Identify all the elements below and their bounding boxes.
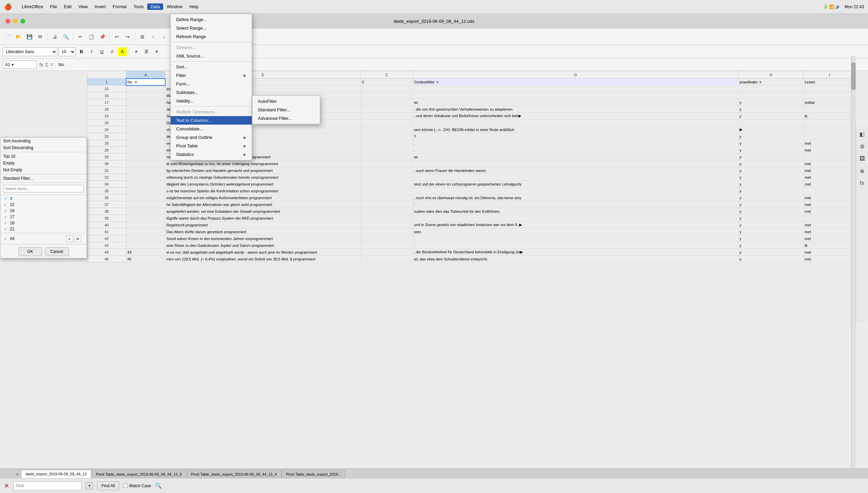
cell-a1[interactable]: No. ▼ (126, 79, 165, 85)
sort-descending-item[interactable]: Sort Descending (0, 144, 87, 151)
cell-e46[interactable]: men von 128,5 Mrd. (+ 6,4%) vorgesehen, … (165, 256, 361, 263)
cell-i35[interactable] (803, 188, 855, 194)
cell-h15[interactable] (738, 85, 803, 92)
cell-c29[interactable] (360, 154, 413, 160)
cell-g39[interactable] (413, 215, 738, 222)
menu-xml-source[interactable]: XML Source... (171, 52, 252, 60)
sort-desc-btn[interactable]: ↓ (159, 32, 169, 42)
cell-c20[interactable] (360, 120, 413, 126)
cell-i1[interactable]: Lesart (803, 79, 855, 85)
col-header-a[interactable]: A (126, 71, 165, 79)
cell-i16[interactable] (803, 92, 855, 99)
filter-cancel-button[interactable]: Cancel (45, 247, 69, 256)
cell-c44[interactable] (360, 249, 413, 256)
find-close-button[interactable]: ✕ (4, 482, 9, 490)
cell-g26[interactable]: . (413, 140, 738, 147)
menu-select-range[interactable]: Select Range... (171, 24, 252, 32)
bold-btn[interactable]: B (77, 47, 86, 56)
filter-list-btn2[interactable]: ⊟ (74, 235, 81, 242)
cell-g43[interactable]: . (413, 242, 738, 249)
cell-i32[interactable]: met (803, 174, 855, 181)
cell-c17[interactable] (360, 99, 413, 106)
menu-consolidate[interactable]: Consolidate... (171, 125, 252, 133)
cell-g15[interactable] (413, 85, 738, 92)
cell-h20[interactable] (738, 120, 803, 126)
cell-a41[interactable] (126, 228, 165, 235)
cell-a38[interactable] (126, 208, 165, 215)
save-btn[interactable]: 💾 (25, 32, 34, 42)
cell-i25[interactable] (803, 133, 855, 140)
cell-c39[interactable] (360, 215, 413, 222)
vertical-scrollbar[interactable] (851, 56, 856, 468)
col-header-g[interactable]: G (413, 71, 738, 79)
cell-h36[interactable]: y (738, 194, 803, 201)
menu-group-outline[interactable]: Group and Outline ▶ (171, 133, 252, 142)
cell-e34[interactable]: tätigkeit des Lernsystems (Schüler) weit… (165, 181, 361, 188)
cell-a39[interactable] (126, 215, 165, 222)
cell-h43[interactable]: y (738, 242, 803, 249)
cell-a31[interactable] (126, 167, 165, 174)
filter-item-12[interactable]: ✓ 12 (0, 202, 87, 208)
cell-a36[interactable] (126, 194, 165, 201)
cell-i30[interactable]: met (803, 160, 855, 167)
equals-icon[interactable]: = (50, 62, 53, 67)
close-button[interactable] (5, 19, 10, 23)
cell-g1[interactable]: ContextAfter ▼ (413, 79, 738, 85)
cell-c24[interactable] (360, 126, 413, 133)
cell-a24[interactable] (126, 126, 165, 133)
cell-h31[interactable]: y (738, 167, 803, 174)
filter-arrow-g1[interactable]: ▼ (436, 80, 439, 84)
cell-i43[interactable]: lit (803, 242, 855, 249)
top10-item[interactable]: Top 10 (0, 153, 87, 160)
cell-e42[interactable]: Somit wären Krisen in den kommenden Jahr… (165, 235, 361, 242)
insert-table-btn[interactable]: ⊞ (138, 32, 147, 42)
cell-a19[interactable] (126, 113, 165, 120)
maximize-button[interactable] (20, 19, 25, 23)
cell-a40[interactable] (126, 222, 165, 228)
cell-c37[interactable] (360, 201, 413, 208)
font-name-select[interactable]: Liberation Sans (3, 47, 57, 56)
col-header-c[interactable]: C (360, 71, 413, 79)
menu-filter[interactable]: Filter ▶ (171, 71, 252, 80)
cell-g32[interactable]: . (413, 174, 738, 181)
cell-c38[interactable] (360, 208, 413, 215)
cell-e30[interactable]: itt zum Rüstungsstopp zu tun, ist unser … (165, 160, 361, 167)
menu-define-range[interactable]: Define Range... (171, 15, 252, 24)
cell-i40[interactable]: met (803, 222, 855, 228)
new-btn[interactable]: 📄 (3, 32, 12, 42)
col-header-i[interactable]: I (803, 71, 855, 79)
cell-h46[interactable]: y (738, 256, 803, 263)
cell-e37[interactable]: he Salonfähigkeit der Alternativen war g… (165, 201, 361, 208)
menubar-file[interactable]: File (47, 3, 61, 10)
menu-text-to-columns[interactable]: Text to Columns... (171, 116, 252, 125)
cell-h34[interactable]: y (738, 181, 803, 188)
copy-btn[interactable]: 📋 (87, 32, 96, 42)
cell-a28[interactable] (126, 147, 165, 154)
find-options-dropdown[interactable]: ▾ (86, 482, 93, 490)
cell-i20[interactable] (803, 120, 855, 126)
cell-c18[interactable] (360, 106, 413, 113)
submenu-standard-filter[interactable]: Standard Filter... (252, 106, 320, 114)
cell-h35[interactable]: y (738, 188, 803, 194)
italic-btn[interactable]: I (87, 47, 96, 56)
align-center-btn[interactable]: ☰ (142, 47, 151, 56)
cell-c25[interactable] (360, 133, 413, 140)
cell-h26[interactable]: y (738, 140, 803, 147)
cell-i24[interactable] (803, 126, 855, 133)
cell-h19[interactable]: y (738, 113, 803, 120)
cell-h29[interactable]: y (738, 154, 803, 160)
cell-a26[interactable] (126, 140, 165, 147)
match-case-input[interactable] (123, 483, 128, 488)
sidebar-properties-icon[interactable]: ⚙ (857, 142, 867, 151)
cell-h18[interactable]: y (738, 106, 803, 113)
cell-g37[interactable]: : (413, 201, 738, 208)
cell-h17[interactable]: y (738, 99, 803, 106)
cell-i28[interactable]: met (803, 147, 855, 154)
cell-h24[interactable]: ▶ (738, 126, 803, 133)
cell-i34[interactable]: met (803, 181, 855, 188)
col-header-h[interactable]: H (738, 71, 803, 79)
cell-h32[interactable]: y (738, 174, 803, 181)
sort-asc-btn[interactable]: ↑ (149, 32, 158, 42)
tab-pivot3[interactable]: Pivot Table_dwds_export_2019... (281, 470, 345, 478)
tab-pivot2[interactable]: Pivot Table_dwds_export_2019-06-09_09_44… (187, 470, 281, 478)
